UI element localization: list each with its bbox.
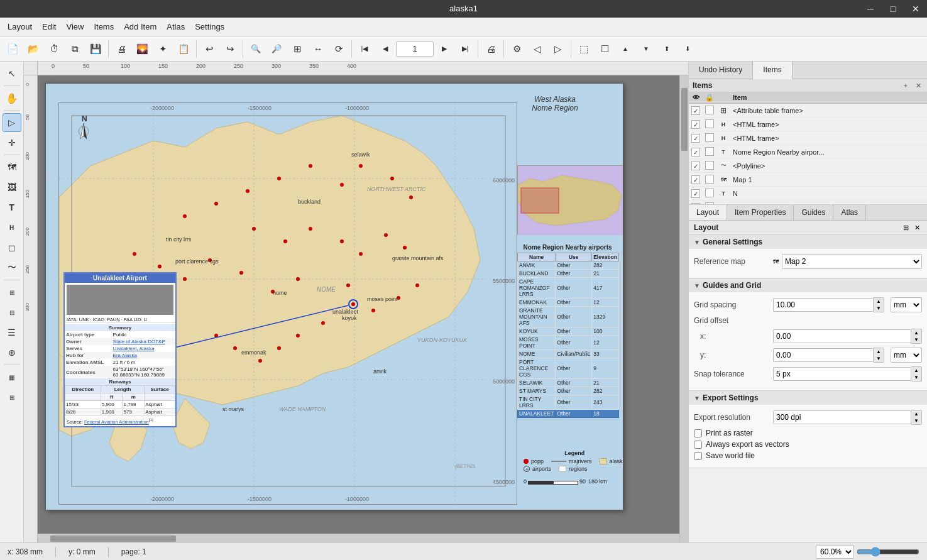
undo-button[interactable]: ↩ bbox=[199, 39, 219, 59]
print-layout-button[interactable]: 🖨 bbox=[111, 39, 131, 59]
list-item[interactable]: ✓ 🗺 Map 1 bbox=[689, 173, 927, 187]
tab-item-properties[interactable]: Item Properties bbox=[727, 205, 794, 220]
lock-checkbox[interactable] bbox=[703, 175, 716, 185]
snap-tolerance-input[interactable] bbox=[773, 367, 911, 381]
add-html-tool[interactable]: H bbox=[3, 218, 21, 237]
save-button[interactable]: 💾 bbox=[85, 39, 106, 59]
grid-offset-y-up[interactable]: ▲ bbox=[874, 348, 884, 355]
deselect-button[interactable]: ☐ bbox=[595, 39, 615, 59]
canvas-area[interactable]: 0 50 100 150 200 250 300 350 400 0 50 10… bbox=[24, 62, 688, 542]
visibility-checkbox[interactable]: ✓ bbox=[689, 189, 703, 198]
visibility-checkbox[interactable]: ✓ bbox=[689, 162, 703, 170]
nav-next-button[interactable]: ▶ bbox=[434, 39, 454, 59]
redo-button[interactable]: ↪ bbox=[220, 39, 240, 59]
refresh-button[interactable]: ⟳ bbox=[329, 39, 349, 59]
tab-items[interactable]: Items bbox=[753, 62, 792, 79]
tab-guides[interactable]: Guides bbox=[794, 205, 833, 220]
list-item[interactable]: ✓ T N bbox=[689, 187, 927, 200]
export-image-button[interactable]: 🌄 bbox=[132, 39, 152, 59]
add-legend-tool[interactable]: ☰ bbox=[3, 323, 21, 342]
add-page-tool[interactable]: ⊞ bbox=[3, 388, 21, 407]
print-as-raster-checkbox[interactable] bbox=[694, 429, 702, 437]
grid-spacing-input[interactable] bbox=[773, 298, 874, 312]
lock-checkbox[interactable] bbox=[703, 119, 716, 129]
zoom-level-select[interactable]: 60.0% 100% 75% 50% 25% bbox=[816, 545, 854, 559]
export-settings-header[interactable]: ▼ Export Settings bbox=[689, 391, 927, 405]
atlas-next-button[interactable]: ▷ bbox=[548, 39, 568, 59]
add-shape-tool[interactable]: ◻ bbox=[3, 238, 21, 257]
duplicate-button[interactable]: ⧉ bbox=[65, 39, 85, 59]
vertical-scrollbar[interactable] bbox=[679, 75, 688, 542]
atlas-prev-button[interactable]: ◁ bbox=[527, 39, 547, 59]
move-content-tool[interactable]: ✛ bbox=[3, 133, 21, 152]
new-layout-button[interactable]: 📄 bbox=[3, 39, 23, 59]
save-world-file-checkbox[interactable] bbox=[694, 452, 702, 460]
recent-button[interactable]: ⏱ bbox=[44, 39, 64, 59]
snap-tolerance-down[interactable]: ▼ bbox=[911, 374, 921, 381]
open-layout-button[interactable]: 📂 bbox=[23, 39, 43, 59]
always-export-vectors-checkbox[interactable] bbox=[694, 441, 702, 449]
grid-spacing-down[interactable]: ▼ bbox=[874, 305, 884, 312]
list-item[interactable]: ✓ H <HTML frame> bbox=[689, 131, 927, 145]
visibility-checkbox[interactable]: ✓ bbox=[689, 106, 703, 115]
list-item[interactable]: ✓ ⊞ <Attribute table frame> bbox=[689, 104, 927, 118]
visibility-checkbox[interactable]: ✓ bbox=[689, 134, 703, 143]
grid-spacing-unit-select[interactable]: mm cm in pt bbox=[891, 297, 922, 312]
list-item[interactable]: ✓ 🖼 <Picture> bbox=[689, 200, 927, 204]
lock-checkbox[interactable] bbox=[703, 189, 716, 199]
select-item-tool[interactable]: ▷ bbox=[3, 113, 21, 132]
print-button[interactable]: 🖨 bbox=[481, 39, 501, 59]
add-map-tool[interactable]: 🗺 bbox=[3, 158, 21, 177]
grid-offset-unit-select[interactable]: mm cm bbox=[891, 348, 922, 363]
export-resolution-down[interactable]: ▼ bbox=[911, 417, 921, 424]
add-north-tool[interactable]: ⊕ bbox=[3, 343, 21, 362]
zoom-in-button[interactable]: 🔍 bbox=[246, 39, 266, 59]
atlas-settings-button[interactable]: ⚙ bbox=[507, 39, 527, 59]
reference-map-select[interactable]: Map 2 Map 1 bbox=[782, 254, 922, 269]
zoom-all-button[interactable]: ⊞ bbox=[287, 39, 307, 59]
minimize-button[interactable]: ─ bbox=[859, 0, 882, 18]
menu-settings[interactable]: Settings bbox=[190, 19, 229, 34]
h-scroll-thumb[interactable] bbox=[50, 535, 176, 542]
lock-checkbox[interactable] bbox=[703, 106, 716, 116]
lower-bottom-button[interactable]: ⬇ bbox=[677, 39, 698, 59]
menu-items[interactable]: Items bbox=[89, 19, 119, 34]
list-item[interactable]: ✓ 〜 <Polyline> bbox=[689, 159, 927, 173]
menu-layout[interactable]: Layout bbox=[3, 19, 37, 34]
layout-expand-button[interactable]: ⊞ bbox=[901, 222, 911, 233]
list-item[interactable]: ✓ T Nome Region Nearby airpor... bbox=[689, 145, 927, 159]
raise-top-button[interactable]: ⬆ bbox=[657, 39, 677, 59]
add-picture-tool[interactable]: 🖼 bbox=[3, 178, 21, 197]
close-button[interactable]: ✕ bbox=[904, 0, 927, 18]
lock-checkbox[interactable] bbox=[703, 161, 716, 171]
snap-tolerance-up[interactable]: ▲ bbox=[911, 367, 921, 374]
page-number-input[interactable] bbox=[396, 41, 434, 57]
visibility-checkbox[interactable]: ✓ bbox=[689, 203, 703, 205]
visibility-checkbox[interactable]: ✓ bbox=[689, 175, 703, 184]
grid-offset-x-input[interactable] bbox=[773, 329, 911, 343]
menu-edit[interactable]: Edit bbox=[37, 19, 61, 34]
export-pdf-button[interactable]: 📋 bbox=[173, 39, 194, 59]
add-text-tool[interactable]: T bbox=[3, 198, 21, 217]
maximize-button[interactable]: □ bbox=[882, 0, 904, 18]
pan-tool[interactable]: ✋ bbox=[3, 89, 21, 107]
tab-atlas[interactable]: Atlas bbox=[833, 205, 866, 220]
zoom-out-button[interactable]: 🔎 bbox=[266, 39, 287, 59]
tab-undo-history[interactable]: Undo History bbox=[689, 62, 753, 79]
nav-last-button[interactable]: ▶| bbox=[455, 39, 475, 59]
export-resolution-input[interactable] bbox=[773, 410, 911, 424]
add-polyline-tool[interactable]: 〜 bbox=[3, 258, 21, 277]
grid-spacing-up[interactable]: ▲ bbox=[874, 298, 884, 305]
lock-checkbox[interactable] bbox=[703, 147, 716, 157]
select-all-button[interactable]: ⬚ bbox=[574, 39, 594, 59]
grid-offset-x-up[interactable]: ▲ bbox=[911, 329, 921, 336]
lock-checkbox[interactable] bbox=[703, 202, 716, 205]
general-settings-header[interactable]: ▼ General Settings bbox=[689, 235, 927, 249]
menu-add-item[interactable]: Add Item bbox=[119, 19, 162, 34]
menu-view[interactable]: View bbox=[61, 19, 89, 34]
items-remove-button[interactable]: ✕ bbox=[913, 80, 923, 91]
v-scroll-thumb[interactable] bbox=[681, 88, 688, 151]
export-svg-button[interactable]: ✦ bbox=[153, 39, 173, 59]
map-canvas[interactable]: selawik buckland tin city lrrs port clar… bbox=[38, 75, 688, 542]
lock-checkbox[interactable] bbox=[703, 133, 716, 143]
